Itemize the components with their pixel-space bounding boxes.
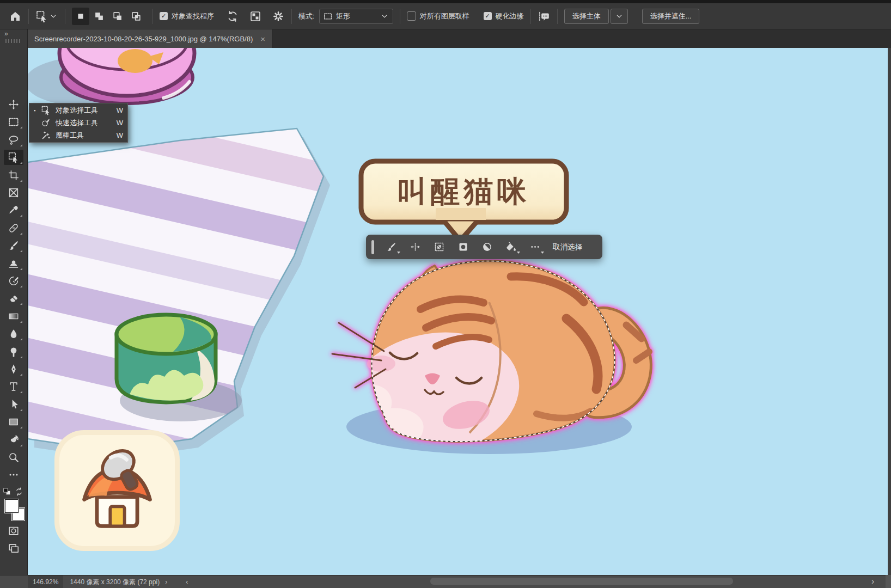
document-tab[interactable]: Screenrecorder-2023-10-08-20-26-35-929_1… [28,29,272,48]
refine-brush-button[interactable] [383,239,399,255]
brush-icon [386,241,397,253]
swap-colors-icon[interactable] [14,487,24,497]
pink-bowl [28,48,194,106]
flyout-item-quick-selection[interactable]: 快速选择工具W [29,117,127,129]
tool-panel-header[interactable]: » [0,29,28,48]
home-icon[interactable] [9,10,22,23]
transform-selection-button[interactable] [431,239,447,255]
sample-all-layers-checkbox[interactable] [407,11,416,21]
tool-pen[interactable] [4,362,23,377]
select-subject-button[interactable]: 选择主体 [564,9,609,24]
status-expand-icon[interactable]: › [165,578,167,586]
zoom-level[interactable]: 146.92% [28,575,63,588]
tool-eyedropper[interactable] [4,203,23,218]
current-tool-icon[interactable] [35,10,48,23]
gradient-icon [8,310,20,322]
taskbar-grip[interactable] [371,240,374,254]
tb-invert-icon [481,241,493,253]
stamp-icon [8,258,20,270]
magic-wand-icon [41,130,51,140]
more-options-button[interactable] [527,239,543,255]
tool-dodge[interactable] [4,344,23,359]
flyout-item-shortcut: W [117,106,123,114]
intersect-selection-mode-button[interactable] [127,8,145,25]
settings-gear-icon[interactable] [272,10,285,23]
add-selection-mode-button[interactable] [90,8,108,25]
flyout-item-object-selection[interactable]: ▪对象选择工具W [29,104,127,117]
chevron-down-icon [380,11,389,21]
invert-selection-button[interactable] [479,239,495,255]
selection-feedback-icon[interactable] [538,10,551,23]
subtract-selection-mode-button[interactable] [109,8,126,25]
house-door [110,506,124,526]
tool-blur[interactable] [4,326,23,341]
tool-hand[interactable] [4,432,23,448]
tool-more-tools[interactable] [4,467,23,482]
move-icon [8,99,20,111]
divider [152,9,153,24]
select-and-mask-button[interactable]: 选择并遮住... [642,9,700,24]
flyout-item-shortcut: W [117,131,123,139]
blur-icon [8,328,20,340]
object-finder-checkbox[interactable]: ✓ [160,12,168,20]
tool-type[interactable] [4,379,23,394]
tool-rectangle-shape[interactable] [4,414,23,430]
home-game-button [54,430,180,551]
tool-path-selection[interactable] [4,397,23,412]
selection-mode-group [72,8,146,25]
scroll-right-icon[interactable]: › [871,575,874,588]
mode-dropdown[interactable]: 矩形 [319,9,393,24]
tool-move[interactable] [4,97,23,112]
foreground-color-swatch[interactable] [4,499,19,513]
type-icon [8,381,20,393]
history-brush-icon [8,275,20,287]
photoshop-window: ✓ 对象查找程序 模式: 矩形 对所有图层取样 ✓ 硬化边缘 选择主体 选择并遮… [0,0,891,588]
tool-object-selection[interactable] [4,150,23,165]
fill-selection-button[interactable] [503,239,519,255]
select-subject-chevron-button[interactable] [611,9,628,24]
scroll-left-icon[interactable]: ‹ [186,578,188,586]
create-mask-button[interactable] [455,239,471,255]
default-colors-icon[interactable] [2,487,12,497]
horizontal-scrollbar-thumb[interactable] [430,578,733,585]
hard-edge-checkbox[interactable]: ✓ [484,12,492,20]
tool-brush[interactable] [4,238,23,253]
tool-gradient[interactable] [4,309,23,324]
sample-all-layers-label: 对所有图层取样 [420,11,469,21]
tb-fill-icon [505,241,517,253]
tool-zoom[interactable] [4,450,23,465]
tool-spot-healing[interactable] [4,220,23,236]
ellipsis-icon [8,469,20,481]
tool-frame[interactable] [4,185,23,200]
flyout-item-label: 魔棒工具 [56,131,111,140]
ellipsis-icon [529,241,541,253]
quick-mask-icon[interactable] [8,525,20,537]
mode-sub-icon [112,10,124,22]
tool-preset-chevron-icon[interactable] [48,11,58,21]
status-corner [886,575,891,588]
marquee-icon [8,116,20,128]
screen-mode-icon[interactable] [8,542,20,554]
tool-rect-marquee[interactable] [4,114,23,130]
expand-selection-button[interactable] [407,239,423,255]
tool-eraser[interactable] [4,291,23,306]
new-selection-mode-button[interactable] [72,8,89,25]
right-panel-strip [888,48,891,588]
tool-clone-stamp[interactable] [4,256,23,271]
refresh-icon[interactable] [226,10,239,23]
divider [557,9,558,24]
panel-grip[interactable] [5,39,22,43]
chevron-down-icon [614,11,624,21]
close-tab-icon[interactable]: × [260,34,265,44]
tool-crop[interactable] [4,168,23,183]
panel-collapse-icon[interactable]: » [0,29,27,38]
hard-edge-label: 硬化边缘 [496,11,524,21]
path-arrow-icon [8,399,20,411]
tool-lasso[interactable] [4,132,23,148]
flyout-item-magic-wand[interactable]: 魔棒工具W [29,129,127,142]
divider [291,9,292,24]
finder-display-icon[interactable] [249,10,262,23]
house-icon [75,448,160,533]
deselect-button[interactable]: 取消选择 [553,242,582,252]
tool-history-brush[interactable] [4,273,23,289]
